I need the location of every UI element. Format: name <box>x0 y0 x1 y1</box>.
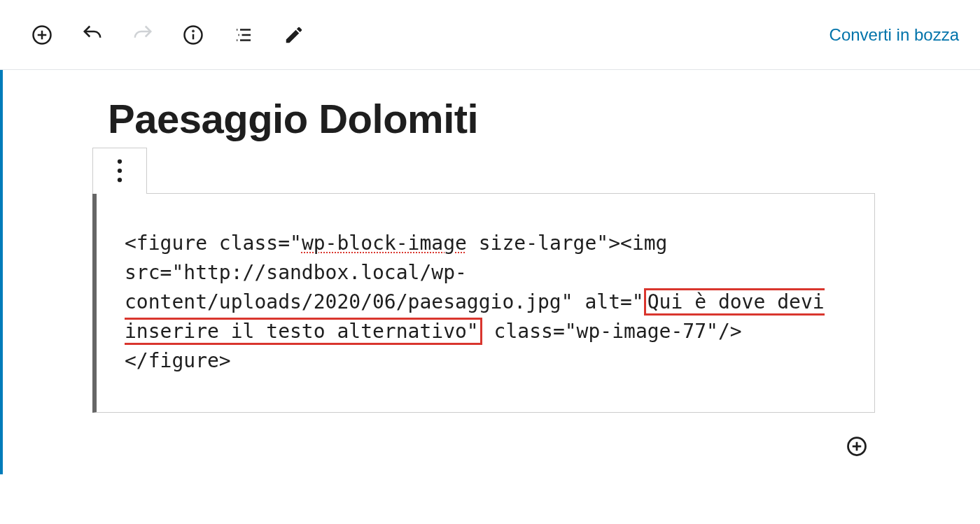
edit-mode-button[interactable] <box>280 21 308 49</box>
pencil-icon <box>284 24 304 45</box>
undo-button[interactable] <box>78 21 106 49</box>
info-circle-icon <box>183 24 204 45</box>
code-seg1: <figure class=" <box>125 232 302 255</box>
more-vertical-icon <box>117 158 122 183</box>
toolbar-left-group <box>28 21 308 49</box>
code-content[interactable]: <figure class="wp-block-image size-large… <box>125 229 846 376</box>
editor-canvas: Paesaggio Dolomiti <figure class="wp-blo… <box>3 70 980 474</box>
add-block-button[interactable] <box>28 21 56 49</box>
svg-point-14 <box>118 178 122 182</box>
html-code-block[interactable]: <figure class="wp-block-image size-large… <box>92 193 875 413</box>
redo-button <box>129 21 157 49</box>
post-title[interactable]: Paesaggio Dolomiti <box>108 98 875 141</box>
editor-toolbar: Converti in bozza <box>0 0 980 70</box>
add-block-trailing-button[interactable] <box>843 432 871 460</box>
svg-point-5 <box>192 30 193 31</box>
convert-to-draft-link[interactable]: Converti in bozza <box>830 25 959 45</box>
outline-button[interactable] <box>230 21 258 49</box>
code-spellcheck-span: wp-block-image <box>302 232 467 255</box>
block-appender-row <box>108 432 875 460</box>
svg-point-13 <box>118 169 122 173</box>
editor-focus-border: Paesaggio Dolomiti <figure class="wp-blo… <box>0 70 980 474</box>
redo-icon <box>132 24 153 45</box>
svg-point-12 <box>118 160 122 164</box>
plus-circle-icon <box>846 436 867 457</box>
block-more-options-button[interactable] <box>92 148 147 194</box>
list-outline-icon <box>233 24 254 45</box>
plus-circle-icon <box>31 24 52 45</box>
info-button[interactable] <box>179 21 207 49</box>
undo-icon <box>82 24 103 45</box>
